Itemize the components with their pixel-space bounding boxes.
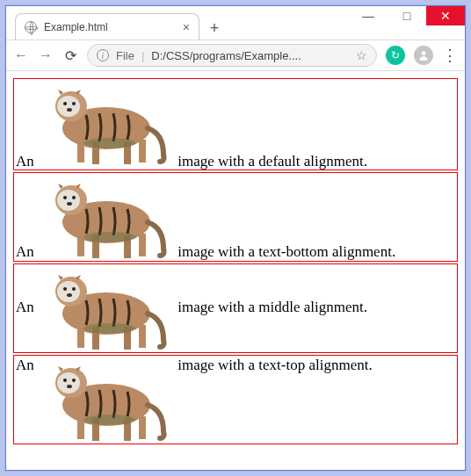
svg-point-3 — [57, 96, 80, 117]
page-content: An image with a default alignment. An im… — [6, 71, 465, 470]
tab-strip: Example.html × + — [15, 13, 226, 40]
row-suffix: image with a middle alignment. — [178, 299, 367, 315]
svg-rect-32 — [139, 325, 146, 348]
profile-avatar-icon[interactable] — [414, 46, 433, 65]
minimize-button[interactable]: — — [349, 6, 388, 25]
bookmark-star-icon[interactable]: ☆ — [356, 48, 367, 62]
svg-point-0 — [422, 51, 426, 55]
globe-icon — [25, 21, 37, 33]
new-tab-button[interactable]: + — [203, 17, 226, 40]
svg-rect-43 — [139, 416, 146, 439]
svg-point-25 — [57, 281, 80, 302]
forward-icon[interactable]: → — [38, 47, 54, 63]
url-scheme-label: File — [116, 49, 134, 62]
svg-point-27 — [72, 287, 76, 291]
reload-icon[interactable]: ⟳ — [62, 47, 78, 64]
svg-rect-29 — [77, 325, 84, 348]
svg-point-36 — [57, 372, 80, 393]
svg-rect-21 — [139, 234, 146, 256]
svg-point-28 — [67, 293, 72, 297]
svg-point-22 — [83, 232, 136, 242]
svg-point-11 — [83, 138, 136, 148]
svg-rect-7 — [77, 140, 84, 162]
browser-window: — □ ✕ Example.html × + ← → ⟳ i File | D:… — [5, 5, 466, 471]
svg-point-26 — [63, 287, 67, 291]
row-suffix: image with a default alignment. — [178, 153, 367, 169]
example-row: An image with a middle alignment. — [13, 263, 458, 353]
row-prefix: An — [16, 243, 34, 260]
toolbar: ← → ⟳ i File | D:/CSS/programs/Example..… — [6, 40, 465, 71]
svg-point-33 — [83, 323, 136, 334]
example-row: An image with a text-top alignment. — [13, 355, 458, 444]
svg-point-38 — [72, 379, 76, 382]
svg-point-15 — [63, 196, 67, 199]
row-prefix: An — [16, 153, 34, 169]
svg-rect-40 — [77, 416, 84, 439]
svg-point-6 — [67, 108, 72, 112]
tab-example[interactable]: Example.html × — [15, 13, 199, 40]
site-info-icon[interactable]: i — [97, 49, 109, 61]
svg-point-17 — [67, 202, 72, 206]
example-row: An image with a text-bottom alignment. — [13, 172, 458, 262]
tiger-image — [38, 357, 174, 443]
row-prefix: An — [16, 299, 34, 315]
svg-point-39 — [67, 385, 72, 388]
svg-point-4 — [63, 102, 67, 105]
window-controls: — □ ✕ — [349, 6, 465, 25]
row-suffix: image with a text-top alignment. — [178, 357, 372, 373]
extension-badge-icon[interactable]: ↻ — [386, 46, 405, 65]
tab-close-icon[interactable]: × — [183, 20, 190, 34]
svg-rect-18 — [77, 234, 84, 256]
address-bar[interactable]: i File | D:/CSS/programs/Example.... ☆ — [87, 44, 377, 67]
tiger-image — [38, 80, 174, 166]
svg-point-14 — [57, 190, 80, 211]
row-suffix: image with a text-bottom alignment. — [178, 243, 395, 260]
tab-title: Example.html — [44, 21, 176, 33]
menu-dots-icon[interactable]: ⋮ — [442, 47, 458, 63]
svg-point-5 — [72, 102, 76, 105]
svg-point-16 — [72, 196, 76, 199]
close-button[interactable]: ✕ — [426, 6, 465, 25]
url-separator: | — [141, 49, 144, 62]
svg-point-37 — [63, 379, 67, 382]
row-prefix: An — [16, 357, 34, 373]
maximize-button[interactable]: □ — [388, 6, 426, 25]
tiger-image — [38, 174, 174, 260]
svg-rect-10 — [139, 140, 146, 162]
svg-point-44 — [83, 415, 136, 425]
example-row: An image with a default alignment. — [13, 78, 458, 170]
url-text: D:/CSS/programs/Example.... — [151, 49, 349, 62]
back-icon[interactable]: ← — [13, 47, 29, 63]
tiger-image — [38, 265, 174, 351]
